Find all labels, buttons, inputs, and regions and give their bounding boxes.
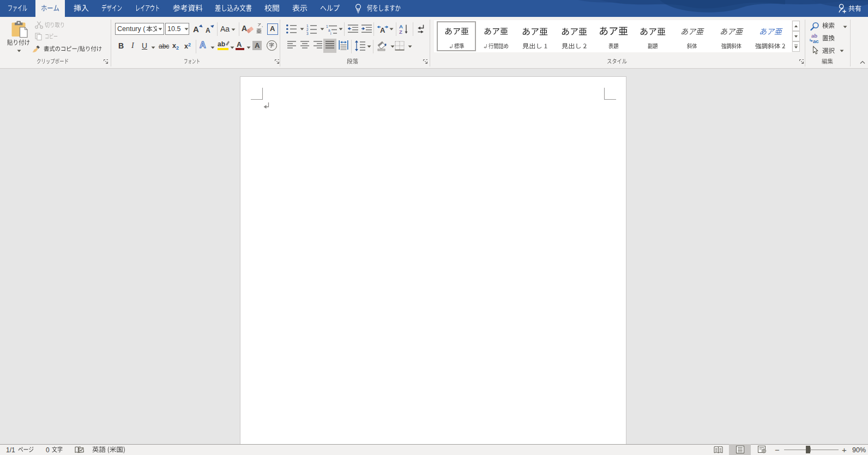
svg-text:i: i <box>330 32 331 35</box>
svg-text:ac: ac <box>813 38 819 44</box>
svg-text:1: 1 <box>306 24 309 28</box>
svg-text:A: A <box>380 26 385 34</box>
svg-text:Z: Z <box>399 29 402 35</box>
svg-text:2: 2 <box>306 28 309 32</box>
svg-text:1: 1 <box>326 25 328 28</box>
svg-text:3: 3 <box>306 32 309 35</box>
svg-text:A: A <box>399 23 403 29</box>
